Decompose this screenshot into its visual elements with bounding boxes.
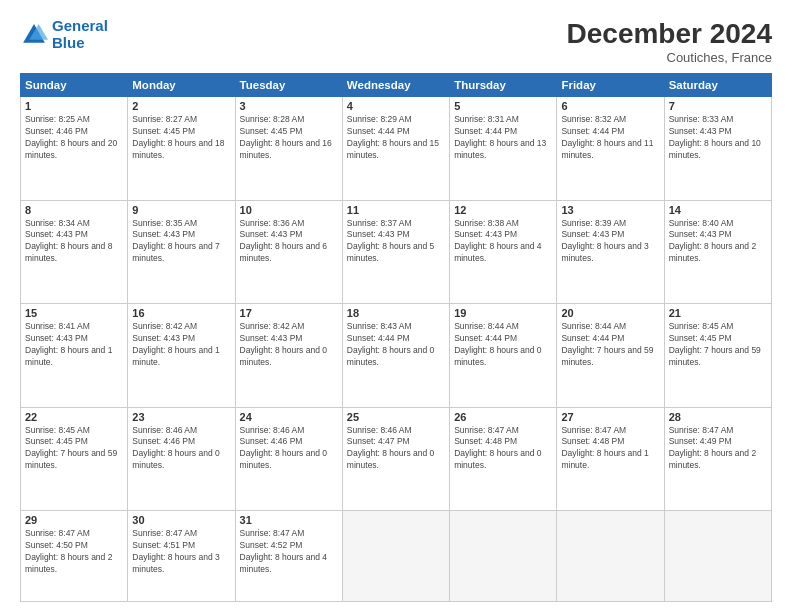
day-info: Sunrise: 8:47 AMSunset: 4:48 PMDaylight:… — [561, 425, 659, 473]
logo-icon — [20, 21, 48, 49]
day-number: 10 — [240, 204, 338, 216]
calendar-week-2: 8Sunrise: 8:34 AMSunset: 4:43 PMDaylight… — [21, 200, 772, 304]
day-number: 14 — [669, 204, 767, 216]
day-info: Sunrise: 8:47 AMSunset: 4:51 PMDaylight:… — [132, 528, 230, 576]
day-number: 2 — [132, 100, 230, 112]
day-number: 25 — [347, 411, 445, 423]
day-number: 7 — [669, 100, 767, 112]
calendar-header-thursday: Thursday — [450, 74, 557, 97]
day-number: 29 — [25, 514, 123, 526]
day-info: Sunrise: 8:29 AMSunset: 4:44 PMDaylight:… — [347, 114, 445, 162]
calendar-cell — [557, 511, 664, 602]
calendar-cell: 13Sunrise: 8:39 AMSunset: 4:43 PMDayligh… — [557, 200, 664, 304]
day-number: 16 — [132, 307, 230, 319]
calendar-cell: 7Sunrise: 8:33 AMSunset: 4:43 PMDaylight… — [664, 97, 771, 201]
calendar-cell: 31Sunrise: 8:47 AMSunset: 4:52 PMDayligh… — [235, 511, 342, 602]
day-info: Sunrise: 8:32 AMSunset: 4:44 PMDaylight:… — [561, 114, 659, 162]
day-info: Sunrise: 8:34 AMSunset: 4:43 PMDaylight:… — [25, 218, 123, 266]
calendar: SundayMondayTuesdayWednesdayThursdayFrid… — [20, 73, 772, 602]
calendar-week-3: 15Sunrise: 8:41 AMSunset: 4:43 PMDayligh… — [21, 304, 772, 408]
day-number: 30 — [132, 514, 230, 526]
calendar-cell: 29Sunrise: 8:47 AMSunset: 4:50 PMDayligh… — [21, 511, 128, 602]
calendar-header-friday: Friday — [557, 74, 664, 97]
logo-general: General — [52, 17, 108, 34]
calendar-cell: 30Sunrise: 8:47 AMSunset: 4:51 PMDayligh… — [128, 511, 235, 602]
calendar-cell: 10Sunrise: 8:36 AMSunset: 4:43 PMDayligh… — [235, 200, 342, 304]
day-number: 18 — [347, 307, 445, 319]
calendar-cell: 12Sunrise: 8:38 AMSunset: 4:43 PMDayligh… — [450, 200, 557, 304]
day-info: Sunrise: 8:45 AMSunset: 4:45 PMDaylight:… — [25, 425, 123, 473]
day-info: Sunrise: 8:47 AMSunset: 4:49 PMDaylight:… — [669, 425, 767, 473]
calendar-cell: 11Sunrise: 8:37 AMSunset: 4:43 PMDayligh… — [342, 200, 449, 304]
calendar-cell — [342, 511, 449, 602]
day-number: 11 — [347, 204, 445, 216]
calendar-header-row: SundayMondayTuesdayWednesdayThursdayFrid… — [21, 74, 772, 97]
day-number: 31 — [240, 514, 338, 526]
calendar-cell: 5Sunrise: 8:31 AMSunset: 4:44 PMDaylight… — [450, 97, 557, 201]
day-number: 3 — [240, 100, 338, 112]
day-info: Sunrise: 8:33 AMSunset: 4:43 PMDaylight:… — [669, 114, 767, 162]
page: General Blue December 2024 Coutiches, Fr… — [0, 0, 792, 612]
calendar-week-1: 1Sunrise: 8:25 AMSunset: 4:46 PMDaylight… — [21, 97, 772, 201]
calendar-cell: 20Sunrise: 8:44 AMSunset: 4:44 PMDayligh… — [557, 304, 664, 408]
month-title: December 2024 — [567, 18, 772, 50]
calendar-cell: 27Sunrise: 8:47 AMSunset: 4:48 PMDayligh… — [557, 407, 664, 511]
calendar-cell: 2Sunrise: 8:27 AMSunset: 4:45 PMDaylight… — [128, 97, 235, 201]
day-number: 26 — [454, 411, 552, 423]
day-info: Sunrise: 8:31 AMSunset: 4:44 PMDaylight:… — [454, 114, 552, 162]
day-info: Sunrise: 8:35 AMSunset: 4:43 PMDaylight:… — [132, 218, 230, 266]
location: Coutiches, France — [567, 50, 772, 65]
calendar-cell: 19Sunrise: 8:44 AMSunset: 4:44 PMDayligh… — [450, 304, 557, 408]
logo-blue: Blue — [52, 34, 85, 51]
calendar-cell: 3Sunrise: 8:28 AMSunset: 4:45 PMDaylight… — [235, 97, 342, 201]
calendar-cell: 1Sunrise: 8:25 AMSunset: 4:46 PMDaylight… — [21, 97, 128, 201]
calendar-cell: 15Sunrise: 8:41 AMSunset: 4:43 PMDayligh… — [21, 304, 128, 408]
calendar-cell: 16Sunrise: 8:42 AMSunset: 4:43 PMDayligh… — [128, 304, 235, 408]
calendar-cell: 8Sunrise: 8:34 AMSunset: 4:43 PMDaylight… — [21, 200, 128, 304]
calendar-cell: 9Sunrise: 8:35 AMSunset: 4:43 PMDaylight… — [128, 200, 235, 304]
calendar-cell: 18Sunrise: 8:43 AMSunset: 4:44 PMDayligh… — [342, 304, 449, 408]
day-number: 21 — [669, 307, 767, 319]
day-info: Sunrise: 8:40 AMSunset: 4:43 PMDaylight:… — [669, 218, 767, 266]
day-info: Sunrise: 8:39 AMSunset: 4:43 PMDaylight:… — [561, 218, 659, 266]
day-number: 1 — [25, 100, 123, 112]
day-info: Sunrise: 8:47 AMSunset: 4:50 PMDaylight:… — [25, 528, 123, 576]
day-number: 12 — [454, 204, 552, 216]
day-info: Sunrise: 8:47 AMSunset: 4:52 PMDaylight:… — [240, 528, 338, 576]
day-info: Sunrise: 8:36 AMSunset: 4:43 PMDaylight:… — [240, 218, 338, 266]
day-info: Sunrise: 8:46 AMSunset: 4:46 PMDaylight:… — [240, 425, 338, 473]
day-info: Sunrise: 8:45 AMSunset: 4:45 PMDaylight:… — [669, 321, 767, 369]
day-number: 13 — [561, 204, 659, 216]
calendar-cell: 22Sunrise: 8:45 AMSunset: 4:45 PMDayligh… — [21, 407, 128, 511]
calendar-week-5: 29Sunrise: 8:47 AMSunset: 4:50 PMDayligh… — [21, 511, 772, 602]
calendar-header-saturday: Saturday — [664, 74, 771, 97]
day-info: Sunrise: 8:43 AMSunset: 4:44 PMDaylight:… — [347, 321, 445, 369]
calendar-header-sunday: Sunday — [21, 74, 128, 97]
day-number: 9 — [132, 204, 230, 216]
day-info: Sunrise: 8:27 AMSunset: 4:45 PMDaylight:… — [132, 114, 230, 162]
title-block: December 2024 Coutiches, France — [567, 18, 772, 65]
day-number: 4 — [347, 100, 445, 112]
calendar-cell: 6Sunrise: 8:32 AMSunset: 4:44 PMDaylight… — [557, 97, 664, 201]
calendar-header-monday: Monday — [128, 74, 235, 97]
calendar-cell: 26Sunrise: 8:47 AMSunset: 4:48 PMDayligh… — [450, 407, 557, 511]
day-number: 17 — [240, 307, 338, 319]
day-info: Sunrise: 8:37 AMSunset: 4:43 PMDaylight:… — [347, 218, 445, 266]
calendar-cell: 23Sunrise: 8:46 AMSunset: 4:46 PMDayligh… — [128, 407, 235, 511]
day-info: Sunrise: 8:28 AMSunset: 4:45 PMDaylight:… — [240, 114, 338, 162]
calendar-header-wednesday: Wednesday — [342, 74, 449, 97]
day-info: Sunrise: 8:46 AMSunset: 4:46 PMDaylight:… — [132, 425, 230, 473]
day-number: 20 — [561, 307, 659, 319]
day-number: 15 — [25, 307, 123, 319]
day-info: Sunrise: 8:44 AMSunset: 4:44 PMDaylight:… — [454, 321, 552, 369]
day-number: 5 — [454, 100, 552, 112]
calendar-week-4: 22Sunrise: 8:45 AMSunset: 4:45 PMDayligh… — [21, 407, 772, 511]
day-number: 6 — [561, 100, 659, 112]
day-number: 8 — [25, 204, 123, 216]
calendar-cell: 14Sunrise: 8:40 AMSunset: 4:43 PMDayligh… — [664, 200, 771, 304]
day-info: Sunrise: 8:25 AMSunset: 4:46 PMDaylight:… — [25, 114, 123, 162]
calendar-cell — [450, 511, 557, 602]
logo-text: General Blue — [52, 18, 108, 51]
day-number: 19 — [454, 307, 552, 319]
day-number: 24 — [240, 411, 338, 423]
